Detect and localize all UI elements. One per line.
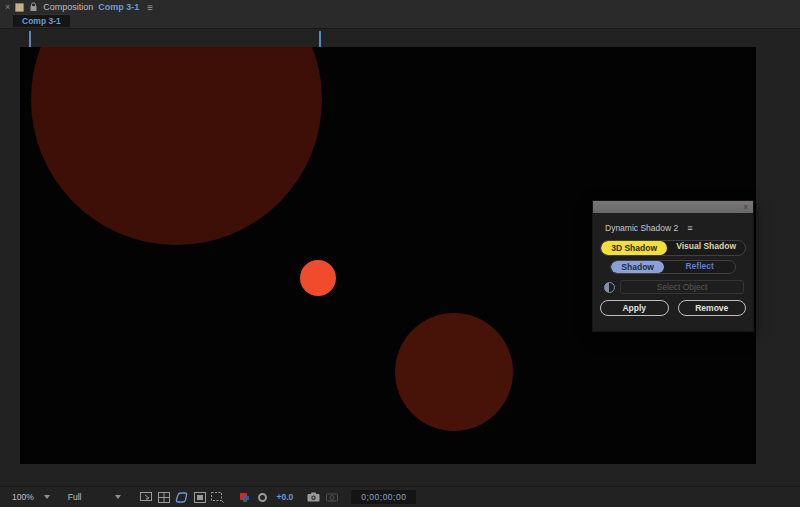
shadow-mode-segment: 3D Shadow Visual Shadow: [600, 240, 746, 256]
show-snapshot-icon[interactable]: [325, 491, 338, 503]
lock-icon[interactable]: [29, 2, 38, 12]
select-object-button[interactable]: Select Object: [620, 280, 744, 294]
chevron-down-icon: [44, 495, 50, 499]
contrast-icon[interactable]: [604, 282, 615, 293]
region-of-interest-icon[interactable]: [193, 491, 206, 503]
guide-marker: [319, 31, 321, 47]
3d-shadow-button[interactable]: 3D Shadow: [601, 241, 667, 255]
sub-mode-segment: Shadow Reflect: [610, 260, 736, 274]
reset-exposure-icon[interactable]: [256, 491, 269, 503]
dynamic-shadow-titlebar[interactable]: x: [593, 201, 753, 213]
exposure-value[interactable]: +0.0: [276, 492, 293, 502]
transparency-grid-icon[interactable]: [211, 491, 224, 503]
tab-label: Comp 3-1: [22, 16, 61, 26]
tab-comp-3-1[interactable]: Comp 3-1: [13, 14, 70, 27]
panel-close-icon[interactable]: ×: [5, 2, 10, 12]
mask-visibility-icon[interactable]: [175, 491, 188, 503]
resolution-select[interactable]: Full: [64, 492, 126, 502]
visual-shadow-button[interactable]: Visual Shadow: [667, 241, 745, 255]
magnification-value: 100%: [12, 492, 34, 502]
snapshot-camera-icon[interactable]: [307, 491, 320, 503]
magnification-select[interactable]: 100%: [8, 492, 54, 502]
panel-title: Composition: [43, 2, 93, 12]
panel-menu-icon[interactable]: ≡: [147, 2, 153, 13]
chevron-down-icon: [115, 495, 121, 499]
guide-marker: [29, 31, 31, 47]
close-icon[interactable]: x: [744, 203, 748, 211]
resolution-value: Full: [68, 492, 82, 502]
panel-thumbnail-icon: [15, 3, 24, 12]
medium-dark-circle[interactable]: [395, 313, 513, 431]
channels-icon[interactable]: [238, 491, 251, 503]
small-orange-circle[interactable]: [300, 260, 336, 296]
preview-timecode[interactable]: 0;00;00;00: [351, 490, 416, 504]
large-dark-circle[interactable]: [31, 47, 322, 245]
dynamic-shadow-panel: x Dynamic Shadow 2 ≡ 3D Shadow Visual Sh…: [592, 200, 754, 332]
plugin-title: Dynamic Shadow 2: [605, 223, 678, 233]
grid-options-icon[interactable]: [157, 491, 170, 503]
composition-panel-header: × Composition Comp 3-1 ≡: [0, 0, 800, 14]
viewer-toolbar: 100% Full: [0, 486, 800, 507]
active-comp-name: Comp 3-1: [98, 2, 139, 12]
view-layout-icon[interactable]: [139, 491, 152, 503]
shadow-button[interactable]: Shadow: [611, 261, 664, 273]
plugin-menu-icon[interactable]: ≡: [687, 223, 692, 233]
remove-button[interactable]: Remove: [678, 300, 747, 316]
apply-button[interactable]: Apply: [600, 300, 669, 316]
dynamic-shadow-body: Dynamic Shadow 2 ≡ 3D Shadow Visual Shad…: [593, 213, 753, 316]
reflect-button[interactable]: Reflect: [664, 261, 735, 273]
